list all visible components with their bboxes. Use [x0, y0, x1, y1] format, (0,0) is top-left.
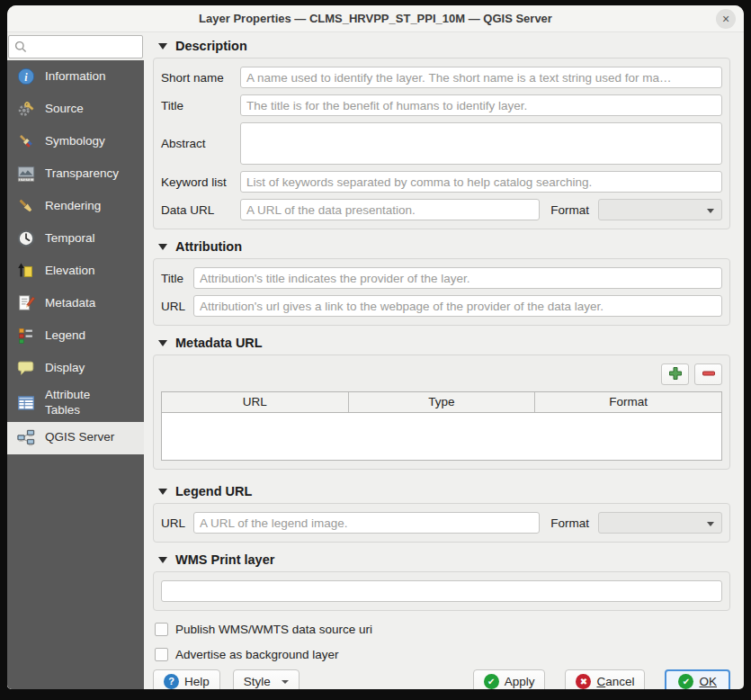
chevron-down-icon — [282, 680, 289, 684]
column-header-type[interactable]: Type — [348, 392, 535, 412]
sidebar-item-attribute-tables[interactable]: Attribute Tables — [7, 384, 144, 422]
sidebar-item-label: Information — [45, 69, 106, 85]
sidebar-item-information[interactable]: i Information — [7, 60, 144, 93]
attribution-title-input[interactable] — [193, 267, 722, 289]
sidebar-item-label: Legend — [45, 328, 85, 344]
information-icon: i — [15, 66, 37, 87]
add-icon — [668, 366, 683, 383]
legend-url-label: URL — [161, 516, 193, 530]
display-icon — [15, 357, 37, 379]
sidebar-item-temporal[interactable]: Temporal — [7, 222, 144, 255]
section-title: Attribution — [175, 239, 242, 254]
sidebar-search-input[interactable] — [8, 35, 143, 58]
legend-url-format-select[interactable] — [598, 512, 722, 534]
metadata-url-table[interactable]: URL Type Format — [161, 391, 722, 461]
abstract-label: Abstract — [161, 137, 240, 150]
style-button[interactable]: Style — [233, 669, 300, 689]
legend-url-input[interactable] — [193, 512, 540, 534]
keyword-list-label: Keyword list — [161, 175, 240, 189]
section-title: Description — [175, 39, 247, 53]
apply-button-label: Apply — [505, 675, 535, 688]
window-title: Layer Properties — CLMS_HRVPP_ST_PPI_10M… — [199, 12, 552, 25]
advertise-background-label: Advertise as background layer — [175, 648, 339, 661]
advertise-background-layer-row[interactable]: Advertise as background layer — [155, 648, 730, 661]
sidebar-search — [7, 32, 144, 60]
dialog-button-box: ? Help Style ✔ Apply ✖ Cancel — [153, 669, 730, 689]
collapse-arrow-icon — [158, 244, 167, 250]
attribution-title-label: Title — [161, 272, 193, 285]
add-metadata-url-button[interactable] — [661, 363, 689, 385]
sidebar-item-display[interactable]: Display — [7, 352, 144, 384]
section-header-wms-print-layer[interactable]: WMS Print layer — [158, 552, 730, 567]
help-button-label: Help — [184, 675, 210, 688]
publish-wms-data-source-row[interactable]: Publish WMS/WMTS data source uri — [155, 623, 730, 636]
data-url-format-select[interactable] — [598, 199, 722, 220]
column-header-url[interactable]: URL — [162, 392, 348, 412]
attribute-tables-icon — [15, 392, 37, 414]
close-icon: × — [722, 13, 729, 25]
sidebar-item-label: Symbology — [45, 134, 105, 149]
legend-url-format-label: Format — [550, 516, 589, 530]
data-url-input[interactable] — [240, 199, 540, 220]
sidebar-item-metadata[interactable]: Metadata — [7, 287, 144, 319]
qgis-server-icon — [15, 427, 37, 449]
collapse-arrow-icon — [158, 43, 167, 49]
metadata-icon — [15, 292, 37, 314]
publish-wms-checkbox[interactable] — [155, 623, 168, 636]
sidebar-item-source[interactable]: Source — [7, 93, 144, 125]
help-icon: ? — [164, 674, 179, 689]
title-label: Title — [161, 99, 240, 112]
section-header-attribution[interactable]: Attribution — [158, 239, 730, 254]
sidebar-item-label: Attribute Tables — [45, 388, 110, 418]
section-header-metadata-url[interactable]: Metadata URL — [158, 336, 730, 350]
apply-check-icon: ✔ — [484, 674, 499, 689]
sidebar-item-label: Transparency — [45, 166, 119, 182]
qgis-server-panel: Description Short name Title Abstract Ke… — [144, 32, 744, 689]
description-group: Short name Title Abstract Keyword list D… — [153, 58, 730, 229]
sidebar-item-qgis-server[interactable]: QGIS Server — [7, 422, 144, 454]
remove-metadata-url-button[interactable] — [694, 363, 722, 385]
abstract-textarea[interactable] — [240, 122, 722, 165]
sidebar: i Information Source Symbology — [7, 32, 144, 689]
remove-icon — [702, 366, 716, 383]
advertise-background-checkbox[interactable] — [155, 648, 168, 661]
section-title: Metadata URL — [175, 336, 263, 350]
apply-button[interactable]: ✔ Apply — [473, 669, 546, 689]
cancel-button-label: Cancel — [596, 675, 634, 688]
sidebar-item-rendering[interactable]: Rendering — [7, 190, 144, 222]
sidebar-item-legend[interactable]: Legend — [7, 319, 144, 352]
collapse-arrow-icon — [158, 557, 167, 563]
title-bar[interactable]: Layer Properties — CLMS_HRVPP_ST_PPI_10M… — [7, 5, 744, 32]
sidebar-item-elevation[interactable]: Elevation — [7, 255, 144, 287]
section-header-legend-url[interactable]: Legend URL — [158, 484, 730, 498]
chevron-down-icon — [707, 209, 714, 213]
ok-button-label: OK — [699, 675, 717, 688]
cancel-button[interactable]: ✖ Cancel — [565, 669, 645, 689]
sidebar-item-label: Rendering — [45, 199, 101, 214]
attribution-group: Title URL — [153, 258, 730, 326]
metadata-url-group: URL Type Format — [153, 354, 730, 470]
title-input[interactable] — [240, 94, 722, 116]
attribution-url-input[interactable] — [193, 295, 722, 317]
ok-check-icon: ✔ — [678, 674, 693, 689]
rendering-icon — [15, 195, 37, 217]
short-name-input[interactable] — [240, 67, 722, 88]
wms-print-layer-input[interactable] — [161, 580, 722, 602]
chevron-down-icon — [707, 522, 714, 526]
sidebar-item-symbology[interactable]: Symbology — [7, 125, 144, 157]
source-icon — [15, 98, 37, 120]
collapse-arrow-icon — [158, 489, 167, 495]
symbology-icon — [15, 130, 37, 152]
sidebar-item-transparency[interactable]: Transparency — [7, 157, 144, 190]
elevation-icon — [15, 260, 37, 282]
ok-button[interactable]: ✔ OK — [665, 669, 730, 689]
section-title: WMS Print layer — [175, 552, 274, 567]
keyword-list-input[interactable] — [240, 171, 722, 193]
close-button[interactable]: × — [716, 9, 736, 29]
section-header-description[interactable]: Description — [158, 39, 730, 53]
sidebar-item-label: Display — [45, 361, 85, 376]
column-header-format[interactable]: Format — [534, 392, 721, 412]
help-button[interactable]: ? Help — [153, 669, 220, 689]
wms-print-layer-group — [153, 571, 730, 611]
metadata-url-table-body[interactable] — [162, 413, 721, 460]
